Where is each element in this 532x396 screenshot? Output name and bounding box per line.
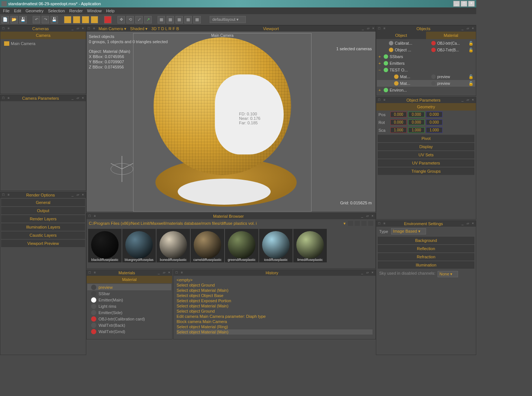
material-thumb[interactable]: icediffuseplastic: [259, 229, 293, 262]
material-tab[interactable]: Material: [87, 276, 172, 283]
save-icon[interactable]: 💾: [19, 16, 27, 23]
material-thumb[interactable]: bonediffuseplastic: [157, 229, 190, 262]
viewport-modes[interactable]: 3D T D L R F B: [151, 26, 179, 31]
cube1-icon[interactable]: [64, 16, 71, 23]
render3-icon[interactable]: ▦: [175, 16, 183, 23]
history-item[interactable]: Select object Exposed Portion: [177, 298, 373, 303]
refresh-icon[interactable]: [348, 221, 353, 226]
pos-x-input[interactable]: [390, 112, 407, 117]
minimize-button[interactable]: _: [453, 1, 460, 7]
cube4-icon[interactable]: [91, 16, 98, 23]
render4-icon[interactable]: ▦: [184, 16, 192, 23]
material-item[interactable]: Emitter(Side): [87, 309, 171, 316]
material-item[interactable]: SSbar: [87, 290, 171, 297]
material-item[interactable]: WallTxtr(Grnd): [87, 328, 171, 335]
history-item[interactable]: Select object Material (Main): [177, 288, 373, 293]
object-row[interactable]: Object ...OBJ-Txtr(B...🔓: [377, 47, 475, 53]
env-refraction[interactable]: Refraction: [378, 253, 474, 261]
env-illumination[interactable]: Illumination: [378, 261, 474, 269]
object-row[interactable]: Mat...preview🔓: [377, 73, 475, 80]
render-general[interactable]: General: [1, 199, 85, 206]
param-pivot[interactable]: Pivot: [378, 135, 474, 142]
view-icon[interactable]: [361, 221, 367, 226]
camera-icon[interactable]: [104, 16, 112, 23]
param-display[interactable]: Display: [378, 143, 474, 150]
history-item[interactable]: Select object Ground: [177, 309, 373, 314]
rot-y-input[interactable]: [408, 119, 425, 125]
material-tab[interactable]: Material: [426, 32, 476, 39]
material-item[interactable]: Light rims: [87, 303, 171, 309]
param-uv-sets[interactable]: UV Sets: [378, 151, 474, 159]
render-illumination-layers[interactable]: Illumination Layers: [1, 223, 85, 231]
menu-file[interactable]: File: [3, 9, 10, 13]
material-item[interactable]: preview: [87, 284, 171, 290]
rotate-icon[interactable]: ⟲: [126, 16, 134, 23]
axis-icon[interactable]: ↗: [144, 16, 152, 23]
history-item[interactable]: Select object Material (Main): [177, 303, 373, 309]
menu-selection[interactable]: Selection: [48, 9, 65, 13]
menu-window[interactable]: Window: [87, 9, 101, 13]
render-caustic-layers[interactable]: Caustic Layers: [1, 231, 85, 239]
new-icon[interactable]: 📄: [1, 16, 9, 23]
history-item[interactable]: Edit camera Main Camera parameter: Diaph…: [177, 314, 373, 319]
sca-z-input[interactable]: [426, 127, 442, 133]
rot-x-input[interactable]: [390, 119, 407, 125]
scale-icon[interactable]: ⤢: [135, 16, 143, 23]
param-triangle-groups[interactable]: Triangle Groups: [378, 167, 474, 175]
search-icon[interactable]: [368, 221, 373, 226]
camera-item[interactable]: Main Camera: [3, 41, 83, 47]
cube2-icon[interactable]: [73, 16, 80, 23]
render-output[interactable]: Output: [1, 207, 85, 214]
history-item[interactable]: Select object Material (Main): [177, 329, 373, 335]
maximize-button[interactable]: □: [461, 1, 467, 7]
viewport[interactable]: Select objects 0 groups, 1 objects and 0…: [87, 32, 375, 212]
object-tab[interactable]: Object: [376, 32, 426, 39]
menu-geometry[interactable]: Geometry: [26, 9, 43, 13]
render5-icon[interactable]: ▦: [193, 16, 201, 23]
material-thumb[interactable]: limediffuseplastic: [293, 229, 327, 262]
history-item[interactable]: Select object Material (Ring): [177, 324, 373, 329]
options-icon[interactable]: [355, 221, 360, 226]
material-item[interactable]: Emitter(Main): [87, 297, 171, 303]
material-thumb[interactable]: blackdiffuseplastic: [88, 229, 122, 262]
object-row[interactable]: +Environ...: [377, 87, 475, 93]
pos-y-input[interactable]: [408, 112, 425, 117]
material-thumb[interactable]: cameldiffuseplastic: [191, 229, 224, 262]
render2-icon[interactable]: ▦: [167, 16, 174, 23]
object-row[interactable]: +SSbars: [377, 53, 475, 60]
env-background[interactable]: Background: [378, 237, 474, 244]
render-render-layers[interactable]: Render Layers: [1, 215, 85, 223]
close-button[interactable]: ×: [468, 1, 475, 7]
env-type-select[interactable]: Image Based ▾: [391, 228, 426, 234]
history-item[interactable]: Select object Ground: [177, 282, 373, 288]
redo-icon[interactable]: ↷: [42, 16, 49, 23]
param-uv-parameters[interactable]: UV Parameters: [378, 159, 474, 167]
layout-select[interactable]: defaultlayout ▾: [210, 16, 246, 23]
sky-select[interactable]: None ▾: [438, 271, 458, 277]
material-thumb[interactable]: greendiffuseplastic: [225, 229, 258, 262]
open-icon[interactable]: 📂: [10, 16, 18, 23]
render1-icon[interactable]: ▦: [158, 16, 165, 23]
material-thumb[interactable]: bluegreydiffuseplas: [122, 229, 156, 262]
menu-edit[interactable]: Edit: [14, 9, 21, 13]
sca-y-input[interactable]: [408, 127, 425, 133]
camera-tab[interactable]: Camera: [0, 32, 86, 39]
viewport-shade-tab[interactable]: Shaded ▾: [130, 26, 148, 31]
cube3-icon[interactable]: [82, 16, 89, 23]
axis-gizmo[interactable]: [105, 152, 139, 186]
sca-x-input[interactable]: [390, 127, 407, 133]
move-icon[interactable]: ✥: [117, 16, 125, 23]
object-row[interactable]: Mat...preview🔓: [377, 80, 475, 87]
env-reflection[interactable]: Reflection: [378, 245, 474, 252]
history-item[interactable]: <empty>: [177, 277, 373, 282]
geometry-tab[interactable]: Geometry: [376, 103, 476, 111]
history-item[interactable]: Block camera Main Camera: [177, 319, 373, 324]
render-viewport-preview[interactable]: Viewport Preview: [1, 240, 85, 247]
menu-help[interactable]: Help: [106, 9, 115, 13]
rot-z-input[interactable]: [426, 119, 442, 125]
object-row[interactable]: +Emitters: [377, 60, 475, 67]
object-row[interactable]: Calibrat...OBJ-txtr(Ca...🔓: [377, 40, 475, 47]
object-row[interactable]: −TEST O...: [377, 67, 475, 73]
menu-render[interactable]: Render: [69, 9, 83, 13]
history-item[interactable]: Select object Object Base: [177, 293, 373, 298]
